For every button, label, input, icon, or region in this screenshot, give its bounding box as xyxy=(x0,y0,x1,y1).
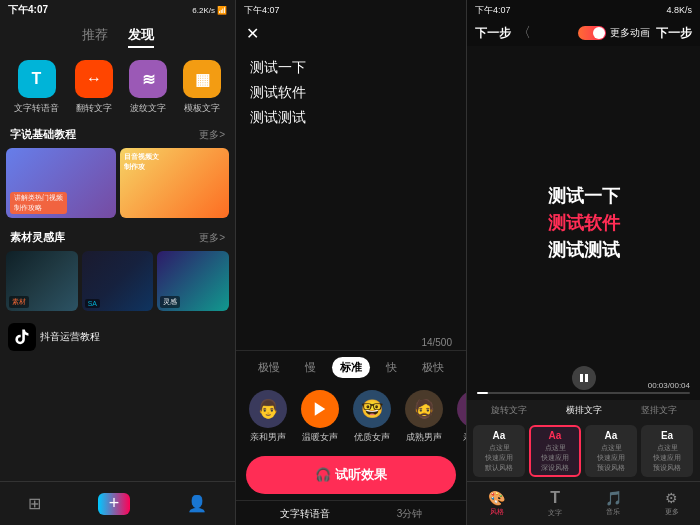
next-step-btn[interactable]: 下一步 xyxy=(656,25,692,42)
nav-profile[interactable]: 👤 xyxy=(187,494,207,513)
material-label-2: SA xyxy=(85,299,100,308)
speed-normal[interactable]: 标准 xyxy=(332,357,370,378)
feature-icon-tts: T xyxy=(18,60,56,98)
next-step-label[interactable]: 下一步 xyxy=(475,25,511,42)
material-card-2[interactable]: SA xyxy=(82,251,154,311)
section1-more[interactable]: 更多> xyxy=(199,128,225,142)
tiktok-edu-icon xyxy=(8,323,36,351)
style-cards-row: Aa 点这里快速应用默认风格 Aa 点这里快速应用深设风格 Aa 点这里快速应用… xyxy=(467,421,700,481)
voice-avatar-2 xyxy=(301,390,339,428)
char-counter: 14/500 xyxy=(236,335,466,350)
speed-selector: 极慢 慢 标准 快 极快 xyxy=(236,350,466,384)
home-icon: ⊞ xyxy=(28,494,41,513)
left-status-icons: 6.2K/s 📶 xyxy=(192,6,227,15)
feature-flip[interactable]: ↔ 翻转文字 xyxy=(75,60,113,115)
tutorial-card-2[interactable]: 目音视频文 制作攻 xyxy=(120,148,230,218)
style-tab-horizontal[interactable]: 横排文字 xyxy=(566,404,602,417)
feature-icon-wave: ≋ xyxy=(129,60,167,98)
material-label-3: 灵感 xyxy=(160,296,180,308)
back-icon[interactable]: 〈 xyxy=(517,24,531,42)
style-card-text-1: Aa xyxy=(493,430,506,441)
voice-selector: 👨 亲和男声 温暖女声 🤓 优质女声 🧔 成熟男声 👩 亲和女 xyxy=(236,384,466,450)
style-card-2[interactable]: Aa 点这里快速应用深设风格 xyxy=(529,425,581,477)
style-card-1[interactable]: Aa 点这里快速应用默认风格 xyxy=(473,425,525,477)
nav-add-button[interactable]: + xyxy=(98,493,130,515)
right-panel: 下午4:07 4.8K/s 下一步 〈 更多动画 下一步 测试一下 测试软件 测… xyxy=(467,0,700,525)
speed-slow[interactable]: 慢 xyxy=(297,357,324,378)
text-line-1: 测试一下 xyxy=(250,55,452,80)
feature-tts[interactable]: T 文字转语音 xyxy=(14,60,59,115)
section1-title: 字说基础教程 xyxy=(10,127,76,142)
tutorial-card-1[interactable]: 讲解类热门视频 制作攻略 xyxy=(6,148,116,218)
style-card-sublabel-2: 点这里快速应用深设风格 xyxy=(541,443,569,473)
video-preview: 测试一下 测试软件 测试测试 00:03/00:04 xyxy=(467,46,700,400)
tutorial-card-2-label: 目音视频文 制作攻 xyxy=(124,152,159,172)
section1-header: 字说基础教程 更多> xyxy=(0,123,235,146)
tab-recommend[interactable]: 推荐 xyxy=(82,26,108,48)
animation-toggle[interactable]: 更多动画 xyxy=(578,26,650,40)
text-line-3: 测试测试 xyxy=(250,105,452,130)
left-bottom-nav: ⊞ + 👤 xyxy=(0,481,235,525)
anim-label: 更多动画 xyxy=(610,26,650,40)
material-label-1: 素材 xyxy=(9,296,29,308)
video-text-overlay: 测试一下 测试软件 测试测试 xyxy=(548,183,620,264)
feature-template[interactable]: ▦ 模板文字 xyxy=(183,60,221,115)
tiktok-edu[interactable]: 抖音运营教程 xyxy=(0,319,235,355)
video-line-3: 测试测试 xyxy=(548,237,620,264)
speed-very-slow[interactable]: 极慢 xyxy=(250,357,288,378)
style-card-4[interactable]: Ea 点这里快速应用预设风格 xyxy=(641,425,693,477)
style-card-3[interactable]: Aa 点这里快速应用预设风格 xyxy=(585,425,637,477)
tag-duration: 3分钟 xyxy=(397,507,423,521)
style-card-text-2: Aa xyxy=(549,430,562,441)
bnr-text[interactable]: T 文字 xyxy=(548,489,562,518)
voice-label-1: 亲和男声 xyxy=(250,431,286,444)
tutorial-card-1-label: 讲解类热门视频 制作攻略 xyxy=(10,192,67,214)
style-card-text-3: Aa xyxy=(605,430,618,441)
tag-tts[interactable]: 文字转语音 xyxy=(280,507,330,521)
speed-fast[interactable]: 快 xyxy=(378,357,405,378)
voice-item-4[interactable]: 🧔 成熟男声 xyxy=(402,390,446,444)
voice-avatar-4: 🧔 xyxy=(405,390,443,428)
mid-time: 下午4:07 xyxy=(244,4,280,17)
listen-effect-button[interactable]: 🎧 试听效果 xyxy=(246,456,456,494)
voice-item-2[interactable]: 温暖女声 xyxy=(298,390,342,444)
bnr-text-label: 文字 xyxy=(548,508,562,518)
pause-button[interactable] xyxy=(572,366,596,390)
speed-very-fast[interactable]: 极快 xyxy=(414,357,452,378)
bnr-style-label: 风格 xyxy=(490,507,504,517)
left-panel: 下午4:07 6.2K/s 📶 推荐 发现 T 文字转语音 ↔ 翻转文字 ≋ 波… xyxy=(0,0,235,525)
close-button[interactable]: ✕ xyxy=(246,24,259,43)
style-icon: 🎨 xyxy=(488,490,505,506)
voice-label-5: 亲和女 xyxy=(463,431,467,444)
tab-discover[interactable]: 发现 xyxy=(128,26,154,48)
tiktok-edu-label: 抖音运营教程 xyxy=(40,330,100,344)
section2-more[interactable]: 更多> xyxy=(199,231,225,245)
feature-wave[interactable]: ≋ 波纹文字 xyxy=(129,60,167,115)
bottom-tag-row: 文字转语音 3分钟 xyxy=(236,500,466,525)
tutorial-grid: 讲解类热门视频 制作攻略 目音视频文 制作攻 xyxy=(0,146,235,220)
style-tab-rotate[interactable]: 旋转文字 xyxy=(491,404,527,417)
mid-status-bar: 下午4:07 xyxy=(236,0,466,20)
voice-label-4: 成熟男声 xyxy=(406,431,442,444)
voice-item-5[interactable]: 👩 亲和女 xyxy=(454,390,466,444)
features-grid: T 文字转语音 ↔ 翻转文字 ≋ 波纹文字 ▦ 模板文字 xyxy=(0,52,235,123)
video-line-2: 测试软件 xyxy=(548,210,620,237)
style-card-sublabel-1: 点这里快速应用默认风格 xyxy=(485,443,513,473)
voice-label-2: 温暖女声 xyxy=(302,431,338,444)
toggle-switch[interactable] xyxy=(578,26,606,40)
bnr-style[interactable]: 🎨 风格 xyxy=(488,490,505,517)
right-status-bar: 下午4:07 4.8K/s xyxy=(467,0,700,20)
bnr-music[interactable]: 🎵 音乐 xyxy=(605,490,622,517)
material-card-1[interactable]: 素材 xyxy=(6,251,78,311)
voice-item-1[interactable]: 👨 亲和男声 xyxy=(246,390,290,444)
left-time: 下午4:07 xyxy=(8,3,48,17)
bnr-more[interactable]: ⚙ 更多 xyxy=(665,490,679,517)
voice-item-3[interactable]: 🤓 优质女声 xyxy=(350,390,394,444)
style-tab-vertical[interactable]: 竖排文字 xyxy=(641,404,677,417)
nav-home[interactable]: ⊞ xyxy=(28,494,41,513)
svg-rect-1 xyxy=(580,374,583,382)
progress-fill xyxy=(477,392,488,394)
materials-grid: 素材 SA 灵感 xyxy=(0,249,235,313)
material-card-3[interactable]: 灵感 xyxy=(157,251,229,311)
progress-bar[interactable] xyxy=(477,392,690,394)
